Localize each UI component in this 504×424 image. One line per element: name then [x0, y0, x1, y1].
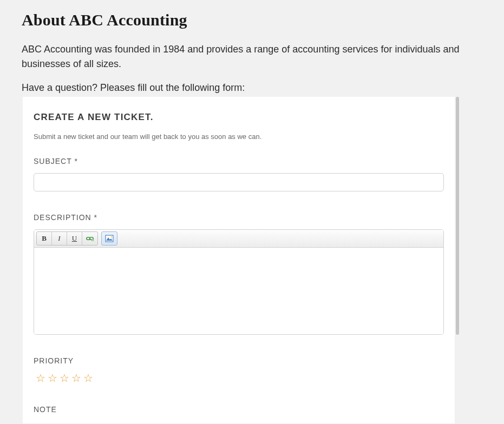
svg-rect-3	[106, 235, 113, 242]
svg-point-5	[111, 236, 113, 238]
priority-stars: ☆ ☆ ☆ ☆ ☆	[36, 373, 444, 383]
form-heading: CREATE A NEW TICKET.	[34, 112, 444, 123]
page-title: About ABC Accounting	[22, 11, 482, 29]
image-button[interactable]	[102, 232, 117, 245]
priority-label: PRIORITY	[34, 356, 444, 365]
underline-button[interactable]: U	[67, 232, 82, 245]
form-prompt: Have a question? Pleases fill out the fo…	[22, 82, 482, 94]
subject-label: SUBJECT *	[34, 157, 444, 165]
description-textarea[interactable]	[34, 248, 443, 334]
star-5[interactable]: ☆	[83, 373, 93, 383]
italic-button[interactable]: I	[52, 232, 67, 245]
star-2[interactable]: ☆	[48, 373, 57, 383]
subject-input[interactable]	[34, 173, 444, 191]
description-label: DESCRIPTION *	[34, 213, 444, 222]
star-4[interactable]: ☆	[71, 373, 81, 383]
editor-toolbar: B I U	[34, 230, 443, 248]
note-label: NOTE	[34, 405, 444, 414]
star-3[interactable]: ☆	[60, 373, 69, 383]
form-subtext: Submit a new ticket and our team will ge…	[34, 132, 444, 141]
bold-icon: B	[42, 234, 47, 243]
form-scrollbar[interactable]	[456, 97, 459, 335]
bold-button[interactable]: B	[37, 232, 52, 245]
star-1[interactable]: ☆	[36, 373, 45, 383]
link-button[interactable]	[82, 232, 97, 245]
link-icon	[86, 235, 94, 242]
intro-text: ABC Accounting was founded in 1984 and p…	[22, 42, 482, 71]
underline-icon: U	[72, 234, 77, 243]
italic-icon: I	[58, 234, 60, 243]
description-editor: B I U	[34, 229, 444, 335]
image-icon	[105, 235, 114, 242]
ticket-form-panel: CREATE A NEW TICKET. Submit a new ticket…	[23, 97, 455, 423]
